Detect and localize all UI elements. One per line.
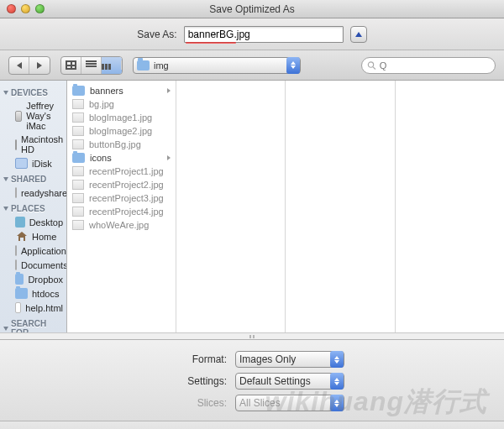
window-title: Save Optimized As: [0, 3, 504, 15]
resize-handle[interactable]: [0, 332, 504, 339]
file-name-label: recentProject4.jpg: [89, 207, 164, 217]
icon-view-button[interactable]: [61, 57, 81, 74]
sidebar-item[interactable]: iDisk: [0, 156, 66, 170]
file-name-label: recentProject2.jpg: [89, 180, 164, 190]
sidebar-item[interactable]: help.html: [0, 301, 66, 315]
settings-value: Default Settings: [239, 375, 311, 387]
list-icon: [86, 60, 97, 70]
save-as-label: Save As:: [137, 29, 176, 40]
settings-row: Settings: Default Settings: [0, 370, 504, 392]
disclosure-triangle-icon[interactable]: [3, 177, 8, 181]
stepper-icon: [330, 395, 344, 411]
file-name-label: icons: [90, 153, 112, 163]
sidebar-item-label: Documents: [21, 260, 67, 270]
folderb-icon: [15, 274, 24, 285]
file-row[interactable]: whoWeAre.jpg: [67, 218, 176, 232]
search-input[interactable]: [380, 60, 490, 71]
filename-input[interactable]: [184, 26, 344, 43]
sidebar-item[interactable]: Documents: [0, 258, 66, 272]
sidebar-item[interactable]: readyshare: [0, 186, 66, 200]
app-icon: [15, 245, 17, 256]
back-button[interactable]: [9, 57, 29, 74]
file-row[interactable]: blogImage2.jpg: [67, 124, 176, 138]
image-file-icon: [72, 139, 84, 149]
window-controls: [7, 4, 45, 13]
titlebar: Save Optimized As: [0, 0, 504, 18]
search-field[interactable]: [361, 57, 496, 74]
file-name-label: bg.jpg: [89, 99, 114, 109]
sidebar-item-label: Macintosh HD: [21, 134, 63, 154]
file-row[interactable]: icons: [67, 151, 176, 165]
file-row[interactable]: banners: [67, 84, 176, 97]
image-file-icon: [72, 99, 84, 109]
image-file-icon: [72, 220, 84, 230]
forward-button[interactable]: [29, 57, 50, 74]
sidebar-heading: SHARED: [0, 170, 66, 186]
sidebar-item-label: readyshare: [21, 188, 67, 198]
view-switcher: [60, 56, 123, 75]
arrow-right-icon: [37, 62, 42, 69]
svg-line-1: [373, 66, 375, 69]
file-row[interactable]: blogImage1.jpg: [67, 111, 176, 124]
text-underline-marker: [186, 42, 236, 44]
file-row[interactable]: recentProject4.jpg: [67, 205, 176, 218]
doc-icon: [15, 259, 17, 270]
folder-icon: [137, 60, 150, 71]
folder-icon: [72, 86, 85, 96]
sidebar-item[interactable]: Home: [0, 229, 66, 243]
image-file-icon: [72, 166, 84, 176]
imac-icon: [15, 111, 22, 122]
file-row[interactable]: recentProject2.jpg: [67, 178, 176, 191]
file-icon: [15, 302, 21, 313]
main-area: DEVICESJeffrey Way's iMacMacintosh HDiDi…: [0, 81, 504, 332]
grid-icon: [66, 60, 76, 70]
sidebar-item-label: Jeffrey Way's iMac: [26, 101, 63, 131]
file-name-label: recentProject3.jpg: [89, 193, 164, 203]
location-popup[interactable]: img: [133, 57, 301, 74]
sidebar-heading: SEARCH FOR: [0, 315, 66, 332]
folder-icon: [72, 153, 85, 163]
slices-value: All Slices: [239, 397, 281, 409]
format-label: Format:: [0, 353, 227, 365]
sidebar-heading: DEVICES: [0, 84, 66, 99]
empty-column-1: [176, 81, 286, 332]
format-popup[interactable]: Images Only: [235, 351, 344, 368]
file-row[interactable]: buttonBg.jpg: [67, 138, 176, 151]
sidebar: DEVICESJeffrey Way's iMacMacintosh HDiDi…: [0, 81, 67, 332]
sidebar-item[interactable]: Desktop: [0, 215, 66, 229]
file-row[interactable]: recentProject3.jpg: [67, 191, 176, 205]
sidebar-item[interactable]: Applications: [0, 243, 66, 258]
disclosure-toggle-button[interactable]: [350, 26, 367, 43]
file-name-label: blogImage2.jpg: [89, 126, 152, 136]
sidebar-item[interactable]: Jeffrey Way's iMac: [0, 99, 66, 133]
hd-icon: [15, 139, 17, 150]
file-row[interactable]: recentProject1.jpg: [67, 165, 176, 178]
triangle-up-icon: [355, 32, 362, 37]
list-view-button[interactable]: [81, 57, 102, 74]
options-panel: Format: Images Only Settings: Default Se…: [0, 339, 504, 421]
column-view-button[interactable]: [102, 57, 122, 74]
file-row[interactable]: bg.jpg: [67, 97, 176, 111]
sidebar-heading-label: PLACES: [11, 204, 45, 213]
stepper-icon: [286, 57, 300, 74]
minimize-window-icon[interactable]: [21, 4, 30, 13]
image-file-icon: [72, 112, 84, 123]
sidebar-heading-label: SHARED: [11, 175, 46, 184]
disclosure-triangle-icon[interactable]: [3, 327, 8, 331]
sidebar-item[interactable]: Macintosh HD: [0, 133, 66, 156]
zoom-window-icon[interactable]: [35, 4, 45, 13]
image-file-icon: [72, 193, 84, 203]
sidebar-item[interactable]: htdocs: [0, 286, 66, 301]
footer: New Folder Cancel Save: [0, 421, 504, 429]
empty-column-2: [286, 81, 395, 332]
empty-column-3: [396, 81, 504, 332]
slices-label: Slices:: [0, 397, 227, 409]
sidebar-item-label: Dropbox: [28, 275, 63, 285]
settings-popup[interactable]: Default Settings: [235, 373, 344, 390]
disclosure-triangle-icon[interactable]: [3, 91, 8, 95]
home-icon: [15, 231, 28, 242]
sidebar-item[interactable]: Dropbox: [0, 272, 66, 286]
disclosure-triangle-icon[interactable]: [3, 207, 8, 211]
close-window-icon[interactable]: [7, 4, 16, 13]
save-as-row: Save As:: [0, 18, 504, 50]
